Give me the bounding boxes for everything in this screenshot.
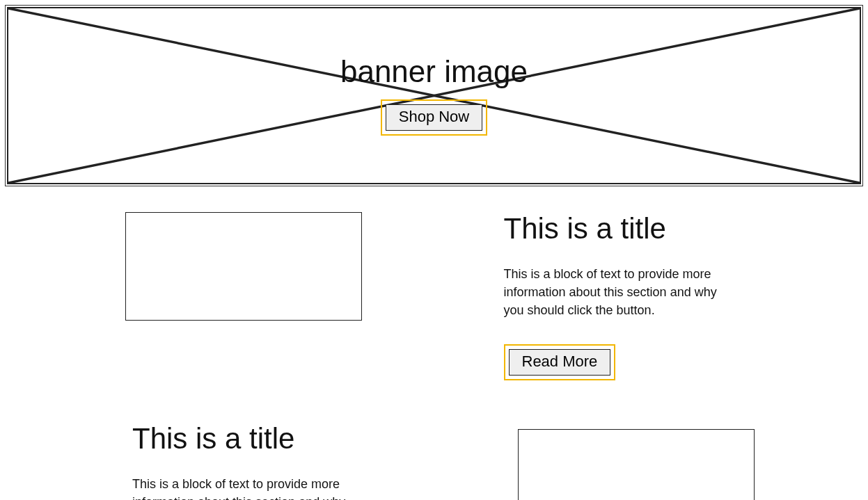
content-row-2-image-col [455, 422, 869, 500]
svg-line-4 [519, 430, 754, 500]
banner-placeholder-label: banner image [340, 56, 528, 87]
content-row-1-image-col [0, 212, 434, 380]
shop-now-highlight: Shop Now [381, 99, 488, 136]
placeholder-cross-icon [8, 8, 860, 183]
read-more-highlight: Read More [504, 344, 616, 380]
content-row-1-text-col: This is a title This is a block of text … [462, 212, 869, 380]
placeholder-cross-icon [519, 430, 754, 500]
section-title: This is a title [504, 212, 813, 245]
read-more-button[interactable]: Read More [509, 349, 611, 376]
image-placeholder [518, 429, 755, 500]
section-body: This is a block of text to provide more … [504, 265, 734, 319]
shop-now-button[interactable]: Shop Now [386, 104, 483, 131]
content-row-1: This is a title This is a block of text … [0, 212, 868, 380]
svg-line-5 [519, 430, 754, 500]
hero-banner: banner image Shop Now [7, 7, 861, 184]
svg-line-0 [8, 8, 860, 183]
svg-line-1 [8, 8, 860, 183]
placeholder-cross-icon [126, 213, 361, 448]
image-placeholder [125, 212, 362, 321]
section-body: This is a block of text to provide more … [132, 475, 362, 500]
